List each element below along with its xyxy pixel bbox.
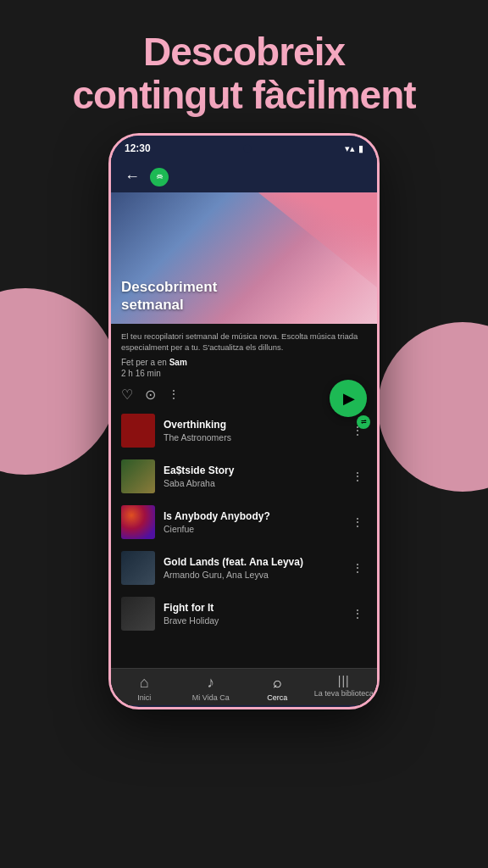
nav-item-home[interactable]: ⌂ Inici <box>111 674 178 702</box>
track-more-5[interactable]: ⋮ <box>348 604 368 624</box>
track-name-5: Fight for It <box>164 602 348 614</box>
bg-circle-right <box>378 322 488 492</box>
track-list: Overthinking The Astronomers ⋮ Ea$tside … <box>111 408 377 668</box>
track-art-3 <box>121 505 155 539</box>
track-thumb-5 <box>121 597 155 631</box>
album-art: Descobriment setmanal <box>111 192 377 324</box>
more-options-button[interactable]: ⋮ <box>168 387 180 401</box>
search-icon: ⌕ <box>273 674 282 692</box>
track-artist-1: The Astronomers <box>164 432 348 442</box>
track-more-4[interactable]: ⋮ <box>348 558 368 578</box>
track-name-4: Gold Lands (feat. Ana Leyva) <box>164 556 348 568</box>
page-title: Descobreix contingut fàcilment <box>34 31 454 116</box>
track-item[interactable]: Is Anybody Anybody? Cienfue ⋮ <box>111 499 377 545</box>
bg-circle-left <box>0 288 119 475</box>
status-icons: ▾▴ ▮ <box>345 143 363 154</box>
like-button[interactable]: ♡ <box>121 387 133 403</box>
album-duration: 2 h 16 min <box>121 369 367 378</box>
track-info-3: Is Anybody Anybody? Cienfue <box>164 510 348 534</box>
play-button[interactable]: ▶ <box>330 380 367 417</box>
app-content: ← Descobriment setmanal El teu recopilat… <box>111 158 377 705</box>
mivida-icon: ♪ <box>207 674 214 692</box>
back-button[interactable]: ← <box>121 164 143 189</box>
track-art-2 <box>121 459 155 493</box>
album-title-line2: setmanal <box>121 297 184 313</box>
album-description: El teu recopilatori setmanal de música n… <box>121 331 367 353</box>
album-art-bg-shape <box>258 192 377 311</box>
svg-point-0 <box>155 172 164 181</box>
download-button[interactable]: ⊙ <box>145 387 156 403</box>
album-meta: Fet per a en Sam <box>121 358 367 367</box>
status-bar: 12:30 ▾▴ ▮ <box>111 136 377 158</box>
camera-notch <box>243 144 252 153</box>
track-info-4: Gold Lands (feat. Ana Leyva) Armando Gur… <box>164 556 348 580</box>
track-more-2[interactable]: ⋮ <box>348 466 368 487</box>
track-thumb-1 <box>121 414 155 448</box>
wifi-icon: ▾▴ <box>345 143 355 154</box>
nav-label-search: Cerca <box>267 693 287 702</box>
track-more-3[interactable]: ⋮ <box>348 512 368 532</box>
page-header: Descobreix contingut fàcilment <box>0 0 488 133</box>
track-item[interactable]: Gold Lands (feat. Ana Leyva) Armando Gur… <box>111 545 377 591</box>
album-title-line1: Descobriment <box>121 279 217 295</box>
album-user: Sam <box>169 358 187 367</box>
status-time: 12:30 <box>125 142 151 154</box>
nav-label-library: La teva biblioteca <box>314 689 374 698</box>
track-item[interactable]: Ea$tside Story Saba Abraha ⋮ <box>111 453 377 499</box>
track-item[interactable]: Overthinking The Astronomers ⋮ <box>111 408 377 453</box>
library-icon: ||| <box>338 674 350 687</box>
track-item[interactable]: Fight for It Brave Holiday ⋮ <box>111 591 377 637</box>
track-thumb-2 <box>121 459 155 493</box>
track-art-5 <box>121 597 155 631</box>
page-title-line1: Descobreix <box>143 30 345 74</box>
track-artist-4: Armando Guru, Ana Leyva <box>164 570 348 580</box>
track-thumb-3 <box>121 505 155 539</box>
info-section: El teu recopilatori setmanal de música n… <box>111 324 377 387</box>
phone-frame: 12:30 ▾▴ ▮ ← Descobriment <box>108 133 380 709</box>
nav-item-search[interactable]: ⌕ Cerca <box>244 674 311 702</box>
battery-icon: ▮ <box>358 143 363 154</box>
nav-item-library[interactable]: ||| La teva biblioteca <box>311 674 378 702</box>
track-artist-5: Brave Holiday <box>164 615 348 626</box>
album-title-overlay: Descobriment setmanal <box>121 279 217 314</box>
page-title-line2: contingut fàcilment <box>72 73 415 117</box>
track-info-5: Fight for It Brave Holiday <box>164 602 348 626</box>
nav-item-mivida[interactable]: ♪ Mi Vida Ca <box>178 674 245 702</box>
track-artist-3: Cienfue <box>164 524 348 534</box>
track-thumb-4 <box>121 551 155 585</box>
track-info-1: Overthinking The Astronomers <box>164 419 348 442</box>
track-artist-2: Saba Abraha <box>164 478 348 488</box>
play-icon: ▶ <box>343 389 355 408</box>
track-name-3: Is Anybody Anybody? <box>164 510 348 522</box>
made-for-label: Fet per a en <box>121 358 167 367</box>
nav-label-home: Inici <box>137 693 151 702</box>
top-nav: ← <box>111 158 377 192</box>
controls-row: ♡ ⊙ ⋮ ▶ ⇌ <box>111 387 377 408</box>
shuffle-badge: ⇌ <box>357 415 370 429</box>
track-art-1 <box>121 414 155 448</box>
bottom-nav: ⌂ Inici ♪ Mi Vida Ca ⌕ Cerca ||| La teva… <box>111 668 377 705</box>
track-info-2: Ea$tside Story Saba Abraha <box>164 465 348 488</box>
track-name-1: Overthinking <box>164 419 348 431</box>
nav-label-mivida: Mi Vida Ca <box>192 693 230 702</box>
shuffle-icon: ⇌ <box>361 418 367 426</box>
track-art-4 <box>121 551 155 585</box>
home-icon: ⌂ <box>140 674 149 692</box>
spotify-logo <box>150 168 169 186</box>
track-name-2: Ea$tside Story <box>164 465 348 476</box>
